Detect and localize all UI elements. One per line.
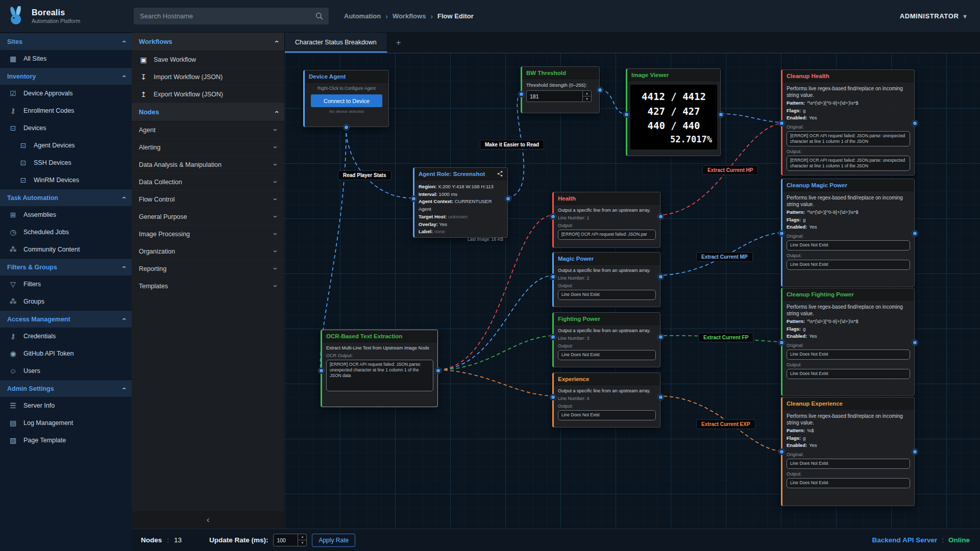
node-category-image-processing[interactable]: Image Processing › xyxy=(132,226,284,243)
node-category-flow-control[interactable]: Flow Control › xyxy=(132,191,284,208)
output-textbox[interactable]: Line Does Not Exist xyxy=(787,260,910,270)
node-health[interactable]: Health Output a specific line from an up… xyxy=(552,192,660,248)
node-category-data-collection[interactable]: Data Collection › xyxy=(132,173,284,191)
node-category-agent[interactable]: Agent › xyxy=(132,121,284,139)
workflows-header[interactable]: Workflows › xyxy=(132,33,284,51)
sidebar-item-log-management[interactable]: ▤ Log Management xyxy=(0,414,132,432)
sidebar-item-filters[interactable]: ▽ Filters xyxy=(0,276,132,293)
connection-handle[interactable] xyxy=(779,449,785,455)
connection-handle[interactable] xyxy=(550,334,556,340)
sidebar-item-device-approvals[interactable]: ☑ Device Approvals xyxy=(0,85,132,102)
breadcrumb-workflows[interactable]: Workflows xyxy=(393,12,426,20)
node-bw-threshold[interactable]: BW Threshold Threshold Strength (0–255):… xyxy=(521,66,600,113)
nodes-header[interactable]: Nodes › xyxy=(132,103,284,121)
sidebar-item-scheduled-jobs[interactable]: ◷ Scheduled Jobs xyxy=(0,223,132,241)
connection-handle[interactable] xyxy=(912,340,918,345)
connection-handle[interactable] xyxy=(912,449,918,455)
stepper-up-icon[interactable]: ▴ xyxy=(298,534,306,540)
node-magic-power[interactable]: Magic Power Output a specific line from … xyxy=(552,252,660,307)
output-textbox[interactable]: Line Does Not Exist xyxy=(787,478,910,488)
sidebar-item-devices[interactable]: ⊡ Devices xyxy=(0,119,132,137)
node-image-viewer[interactable]: Image Viewer 4412 / 4412 427 / 427 440 /… xyxy=(626,68,721,156)
node-cleanup-health[interactable]: Cleanup Health Performs live regex-based… xyxy=(781,69,915,176)
node-cleanup-fighting-power[interactable]: Cleanup Fighting Power Performs live reg… xyxy=(781,288,915,396)
original-textbox[interactable]: Line Does Not Exist xyxy=(787,459,910,469)
node-category-alerting[interactable]: Alerting › xyxy=(132,139,284,156)
sidebar-item-page-template[interactable]: ▧ Page Template xyxy=(0,432,132,449)
output-textbox[interactable]: Line Does Not Exist xyxy=(558,350,656,360)
sidebar-item-credentials[interactable]: ⚷ Credentials xyxy=(0,328,132,345)
connection-handle[interactable] xyxy=(779,231,785,236)
node-category-reporting[interactable]: Reporting › xyxy=(132,260,284,278)
save-workflow-button[interactable]: ▣ Save Workflow xyxy=(132,51,284,68)
user-menu[interactable]: ADMINISTRATOR ▾ xyxy=(900,12,967,20)
connection-handle[interactable] xyxy=(718,112,724,117)
node-experience[interactable]: Experience Output a specific line from a… xyxy=(552,372,660,428)
apply-rate-button[interactable]: Apply Rate xyxy=(312,534,355,547)
import-workflow-button[interactable]: ↧ Import Workflow (JSON) xyxy=(132,68,284,86)
sidebar-section-access-management[interactable]: Access Management › xyxy=(0,310,132,328)
flow-canvas[interactable]: Device Agent Right-Click to Configure Ag… xyxy=(285,53,980,529)
node-ocr-text-extraction[interactable]: OCR-Based Text Extraction Extract Multi-… xyxy=(321,330,438,407)
node-agent-role-screenshot[interactable]: Agent Role: Screenshot Region: X:200 Y:4… xyxy=(413,167,508,238)
connection-handle[interactable] xyxy=(912,231,918,236)
number-stepper[interactable]: ▴ ▾ xyxy=(298,534,306,546)
output-textbox[interactable]: Line Does Not Exist xyxy=(787,369,910,379)
connection-handle[interactable] xyxy=(550,394,556,400)
sidebar-item-server-info[interactable]: ☰ Server Info xyxy=(0,397,132,414)
node-category-templates[interactable]: Templates › xyxy=(132,278,284,295)
tab-character-status-breakdown[interactable]: Character Status Breakdown xyxy=(285,33,387,53)
node-category-data-analysis[interactable]: Data Analysis & Manipulation › xyxy=(132,156,284,173)
connection-handle[interactable] xyxy=(779,340,785,345)
output-textbox[interactable]: [ERROR] OCR API request failed: JSON.par… xyxy=(787,156,910,171)
connection-handle[interactable] xyxy=(658,274,664,280)
connection-handle[interactable] xyxy=(435,368,441,373)
stepper-up-icon[interactable]: ▴ xyxy=(583,91,591,96)
stepper-down-icon[interactable]: ▾ xyxy=(583,96,591,102)
connection-handle[interactable] xyxy=(658,214,664,219)
original-textbox[interactable]: [ERROR] OCR API request failed: JSON.par… xyxy=(787,131,910,146)
connection-handle[interactable] xyxy=(411,196,416,202)
sidebar-item-assemblies[interactable]: ⊞ Assemblies xyxy=(0,206,132,223)
number-stepper[interactable]: ▴ ▾ xyxy=(582,91,591,102)
node-category-organization[interactable]: Organization › xyxy=(132,243,284,260)
export-workflow-button[interactable]: ↥ Export Workflow (JSON) xyxy=(132,86,284,103)
output-textbox[interactable]: Line Does Not Exist xyxy=(558,410,656,420)
search-input[interactable] xyxy=(134,8,329,24)
output-textbox[interactable]: Line Does Not Exist xyxy=(558,290,656,300)
connection-handle[interactable] xyxy=(550,274,556,280)
node-device-agent[interactable]: Device Agent Right-Click to Configure Ag… xyxy=(303,70,389,127)
connection-handle[interactable] xyxy=(779,120,785,126)
sidebar-item-winrm-devices[interactable]: ⊡ WinRM Devices xyxy=(0,171,132,189)
connection-handle[interactable] xyxy=(550,214,556,219)
connection-handle[interactable] xyxy=(318,368,324,373)
update-rate-input[interactable] xyxy=(274,534,298,546)
connection-handle[interactable] xyxy=(658,334,664,340)
sidebar-item-agent-devices[interactable]: ⊡ Agent Devices xyxy=(0,137,132,154)
sidebar-item-github-api-token[interactable]: ◉ GitHub API Token xyxy=(0,345,132,362)
original-textbox[interactable]: Line Does Not Exist xyxy=(787,240,910,251)
sidebar-section-filters-groups[interactable]: Filters & Groups › xyxy=(0,258,132,276)
share-icon[interactable] xyxy=(497,170,503,177)
sidebar-section-admin-settings[interactable]: Admin Settings › xyxy=(0,380,132,397)
sidebar-item-all-sites[interactable]: ▦ All Sites xyxy=(0,50,132,67)
connection-handle[interactable] xyxy=(344,124,349,130)
original-textbox[interactable]: Line Does Not Exist xyxy=(787,349,910,360)
sidebar-item-enrollment-codes[interactable]: ⚷ Enrollment Codes xyxy=(0,102,132,119)
sidebar-item-ssh-devices[interactable]: ⊡ SSH Devices xyxy=(0,154,132,171)
sidebar-item-groups[interactable]: ⁂ Groups xyxy=(0,293,132,310)
connection-handle[interactable] xyxy=(505,196,511,202)
threshold-input[interactable] xyxy=(527,91,582,102)
output-textbox[interactable]: [ERROR] OCR API request failed: JSON.par xyxy=(558,230,656,240)
connect-to-device-button[interactable]: Connect to Device xyxy=(311,94,382,107)
connection-handle[interactable] xyxy=(912,120,918,126)
sidebar-item-users[interactable]: ☺ Users xyxy=(0,362,132,380)
collapse-panel-button[interactable]: ‹ xyxy=(132,511,284,529)
node-category-general-purpose[interactable]: General Purpose › xyxy=(132,208,284,226)
sidebar-section-inventory[interactable]: Inventory › xyxy=(0,67,132,85)
sidebar-item-community-content[interactable]: ⁂ Community Content xyxy=(0,241,132,258)
connection-handle[interactable] xyxy=(519,91,524,97)
connection-handle[interactable] xyxy=(597,87,603,93)
add-tab-button[interactable]: + xyxy=(387,33,410,53)
connection-handle[interactable] xyxy=(624,112,629,117)
